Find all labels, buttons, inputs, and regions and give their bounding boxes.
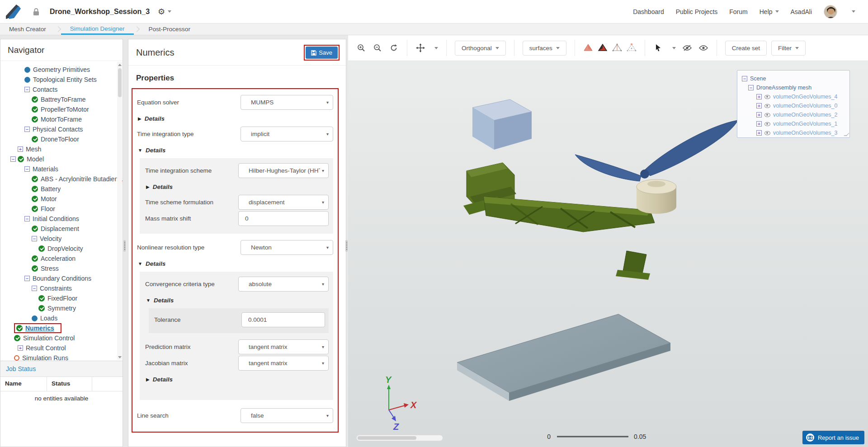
eye-icon[interactable] (764, 104, 770, 108)
eye-icon[interactable] (764, 122, 770, 126)
tree-scrollbar[interactable] (117, 62, 122, 360)
expand-icon[interactable] (756, 94, 762, 99)
chevron-down-icon[interactable] (852, 10, 855, 13)
mesh-quality-filled-icon[interactable] (583, 43, 593, 53)
navigator-item-stress[interactable]: Stress (0, 263, 123, 273)
show-selection-icon[interactable] (698, 43, 708, 53)
prediction-matrix-select[interactable]: tangent matrix▾ (238, 339, 329, 354)
mesh-wireframe-icon[interactable] (612, 43, 622, 53)
chevron-down-icon[interactable] (672, 47, 676, 49)
mesh-nodes-icon[interactable] (627, 43, 637, 53)
navigator-item-boundary-conditions[interactable]: Boundary Conditions (0, 273, 123, 283)
projection-mode-button[interactable]: Orthogonal (455, 41, 506, 56)
navigator-item-dronetofloor[interactable]: DroneToFloor (0, 134, 123, 144)
scrollbar-thumb[interactable] (118, 68, 122, 97)
filter-button[interactable]: Filter (771, 41, 806, 56)
eye-icon[interactable] (764, 95, 770, 99)
tab-mesh-creator[interactable]: Mesh Creator (0, 24, 55, 35)
jacobian-matrix-select[interactable]: tangent matrix▾ (238, 356, 329, 371)
save-button[interactable]: Save (306, 47, 338, 59)
zoom-in-icon[interactable] (356, 43, 366, 53)
expand-icon[interactable] (18, 146, 23, 152)
navigator-item-numerics[interactable]: Numerics (0, 323, 123, 333)
navigator-item-physical-contacts[interactable]: Physical Contacts (0, 124, 123, 134)
collapse-icon[interactable] (10, 156, 16, 162)
navigator-item-result-control[interactable]: Result Control (0, 343, 123, 353)
time-integration-type-select[interactable]: implicit▾ (241, 127, 333, 141)
navigator-item-battery[interactable]: Battery (0, 184, 123, 194)
mesh-quality-dark-icon[interactable] (598, 43, 608, 53)
scroll-up-icon[interactable] (117, 62, 122, 67)
nonlinear-resolution-type-select[interactable]: Newton▾ (241, 240, 333, 255)
navigator-item-abs-acrylonitrile-butadiene[interactable]: ABS - Acrylonitrile Butadiene... (0, 174, 123, 184)
create-set-button[interactable]: Create set (725, 41, 767, 56)
collapse-icon[interactable] (24, 87, 30, 92)
render-mode-button[interactable]: surfaces (523, 41, 566, 56)
details-toggle[interactable]: ▼ Details (138, 260, 333, 267)
scene-volume-item[interactable]: volumeOnGeoVolumes_2 (756, 110, 845, 119)
collapse-icon[interactable] (24, 216, 30, 221)
navigator-item-motor[interactable]: Motor (0, 194, 123, 204)
navigator-item-topological-entity-sets[interactable]: Topological Entity Sets (0, 75, 123, 85)
tolerance-input[interactable]: 0.0001 (241, 312, 325, 327)
scene-mesh-label[interactable]: DroneAssembly mesh (756, 85, 811, 91)
forum-link[interactable]: Forum (729, 8, 747, 15)
gear-icon[interactable]: ⚙ (158, 8, 165, 16)
navigator-item-initial-conditions[interactable]: Initial Conditions (0, 214, 123, 224)
expand-icon[interactable] (756, 130, 762, 136)
scene-volume-item[interactable]: volumeOnGeoVolumes_0 (756, 101, 845, 110)
scene-volume-item[interactable]: volumeOnGeoVolumes_1 (756, 119, 845, 128)
eye-icon[interactable] (764, 113, 770, 117)
collapse-icon[interactable] (742, 76, 747, 81)
zoom-out-icon[interactable] (373, 43, 382, 53)
navigator-item-loads[interactable]: Loads (0, 313, 123, 323)
time-integration-scheme-select[interactable]: Hilber-Hughes-Taylor (HHT▾ (238, 163, 329, 178)
navigator-item-simulation-control[interactable]: Simulation Control (0, 333, 123, 343)
report-issue-button[interactable]: Report an issue (802, 431, 864, 444)
scene-volume-item[interactable]: volumeOnGeoVolumes_4 (756, 92, 845, 101)
scene-volume-item[interactable]: volumeOnGeoVolumes_3 (756, 128, 845, 137)
navigator-item-fixedfloor[interactable]: FixedFloor (0, 293, 123, 303)
equation-solver-select[interactable]: MUMPS▾ (241, 95, 333, 110)
horizontal-scrollbar[interactable] (356, 435, 443, 441)
public-projects-link[interactable]: Public Projects (676, 8, 718, 15)
expand-icon[interactable] (756, 121, 762, 127)
refresh-view-icon[interactable] (389, 43, 399, 53)
navigator-item-symmetry[interactable]: Symmetry (0, 303, 123, 313)
navigator-item-velocity[interactable]: Velocity (0, 234, 123, 244)
eye-icon[interactable] (764, 131, 770, 135)
time-scheme-formulation-select[interactable]: displacement▾ (238, 195, 329, 210)
navigator-item-dropvelocity[interactable]: DropVelocity (0, 244, 123, 254)
help-menu[interactable]: Help (760, 8, 779, 15)
navigator-item-simulation-runs[interactable]: Simulation Runs (0, 353, 123, 361)
line-search-select[interactable]: false▾ (241, 408, 333, 423)
collapse-icon[interactable] (24, 166, 30, 172)
scene-root-label[interactable]: Scene (750, 75, 766, 82)
chevron-down-icon[interactable] (434, 47, 438, 49)
tab-post-processor[interactable]: Post-Processor (140, 24, 199, 35)
navigator-item-floor[interactable]: Floor (0, 204, 123, 214)
collapse-icon[interactable] (24, 276, 30, 281)
navigator-item-battreytoframe[interactable]: BattreyToFrame (0, 94, 123, 104)
expand-icon[interactable] (756, 103, 762, 108)
navigator-item-model[interactable]: Model (0, 154, 123, 164)
navigator-item-propellertomotor[interactable]: PropellerToMotor (0, 104, 123, 114)
navigator-item-displacement[interactable]: Displacement (0, 224, 123, 234)
navigator-item-contacts[interactable]: Contacts (0, 85, 123, 94)
navigator-item-mesh[interactable]: Mesh (0, 144, 123, 154)
details-toggle[interactable]: ▶ Details (146, 376, 329, 383)
navigator-item-constraints[interactable]: Constraints (0, 283, 123, 293)
mass-matrix-shift-input[interactable]: 0 (238, 211, 329, 226)
collapse-icon[interactable] (32, 286, 37, 291)
3d-canvas[interactable]: Y X Z 0 0.05 Scene Dr (348, 61, 868, 447)
select-cursor-icon[interactable] (653, 43, 663, 53)
avatar[interactable] (824, 5, 837, 19)
expand-icon[interactable] (756, 112, 762, 118)
navigator-item-geometry-primitives[interactable]: Geometry Primitives (0, 65, 123, 75)
navigator-item-motortoframe[interactable]: MotorToFrame (0, 114, 123, 124)
navigator-item-materials[interactable]: Materials (0, 164, 123, 174)
navigator-item-acceleration[interactable]: Acceleration (0, 254, 123, 263)
hide-selection-icon[interactable] (682, 43, 692, 53)
user-name[interactable]: AsadAli (791, 8, 812, 15)
panel-resizer[interactable] (123, 39, 127, 447)
